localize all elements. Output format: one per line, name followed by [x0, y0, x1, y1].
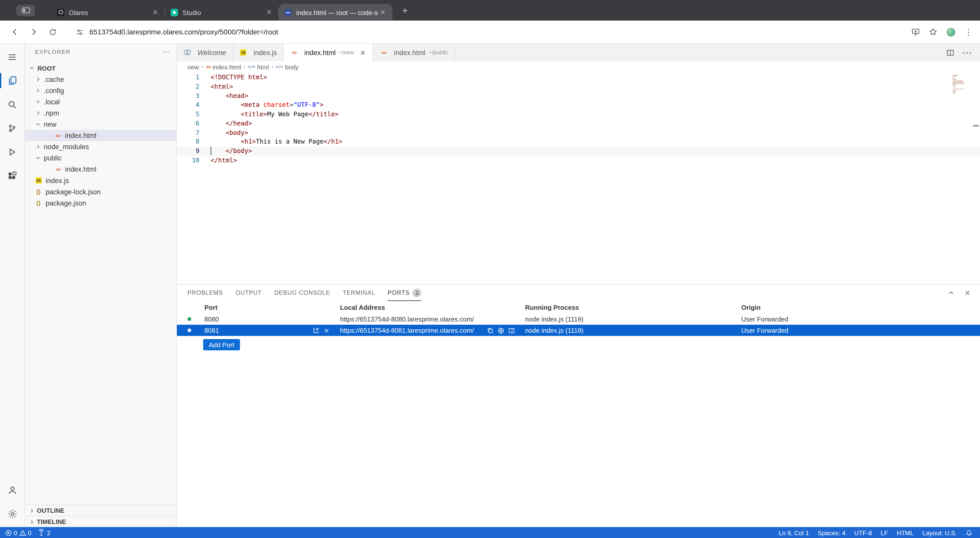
- tree-item-node-modules[interactable]: node_modules: [25, 141, 177, 152]
- add-port-button[interactable]: Add Port: [203, 339, 240, 350]
- extensions-icon[interactable]: [0, 164, 24, 187]
- panel-tab-ports[interactable]: PORTS2: [388, 285, 422, 301]
- code-line-8[interactable]: 8 <h1>This is a New Page</h1>: [177, 137, 980, 147]
- code-line-2[interactable]: 2<html>: [177, 83, 980, 92]
- editor-tab-label: index.js: [253, 49, 277, 56]
- code-line-5[interactable]: 5 <title>My Web Page</title>: [177, 110, 980, 119]
- panel-tabs: PROBLEMSOUTPUTDEBUG CONSOLETERMINALPORTS…: [188, 285, 422, 301]
- tab-close-icon[interactable]: [264, 8, 273, 17]
- panel-tab-debug-console[interactable]: DEBUG CONSOLE: [274, 285, 330, 301]
- new-tab-button[interactable]: +: [398, 3, 413, 18]
- site-settings-icon[interactable]: [73, 25, 86, 39]
- install-app-icon[interactable]: [912, 27, 920, 36]
- editor-more-actions-icon[interactable]: ⋯: [962, 46, 972, 59]
- maximize-panel-icon[interactable]: [948, 289, 955, 297]
- source-control-icon[interactable]: [0, 116, 24, 140]
- tree-item-public[interactable]: public: [25, 152, 177, 164]
- browser-tab-label: Studio: [183, 8, 264, 16]
- menu-icon[interactable]: [0, 45, 24, 68]
- overview-ruler-mark: [973, 125, 979, 127]
- cursor-position-status[interactable]: Ln 9, Col 1: [779, 529, 809, 536]
- tree-item-package-json[interactable]: {}package.json: [25, 197, 177, 209]
- welcome-icon: [183, 49, 191, 56]
- chevron-right-icon: ›: [200, 64, 205, 70]
- panel-tab-terminal[interactable]: TERMINAL: [343, 285, 375, 301]
- reload-button[interactable]: [45, 24, 60, 40]
- eol-status[interactable]: LF: [881, 529, 888, 536]
- tab-close-icon[interactable]: [378, 8, 387, 17]
- minimap[interactable]: [953, 75, 971, 94]
- editor-tab-index-html-public[interactable]: <>index.html~/public: [373, 44, 455, 61]
- explorer-icon[interactable]: [0, 68, 24, 92]
- stop-forwarding-icon[interactable]: [323, 327, 330, 334]
- tree-item-label: index.js: [46, 177, 69, 184]
- port-row-8081[interactable]: 8081https://6513754d-8081.laresprime.ola…: [177, 325, 980, 336]
- tree-root-folder[interactable]: ROOT: [25, 62, 177, 74]
- browser-tab-olares[interactable]: Olares: [51, 4, 165, 21]
- language-mode-status[interactable]: HTML: [897, 529, 914, 536]
- tree-item-cache[interactable]: .cache: [25, 74, 177, 85]
- tree-item-new[interactable]: new: [25, 119, 177, 130]
- panel-tab-output[interactable]: OUTPUT: [235, 285, 262, 301]
- open-in-browser-icon[interactable]: [497, 327, 504, 334]
- encoding-status[interactable]: UTF-8: [854, 529, 872, 536]
- breadcrumb-item-index-html[interactable]: <>index.html: [206, 63, 241, 70]
- tree-item-config[interactable]: .config: [25, 85, 177, 96]
- forwarded-ports-status[interactable]: 2: [38, 529, 50, 536]
- outline-section[interactable]: OUTLINE: [25, 505, 177, 516]
- breadcrumb-item-body[interactable]: </>body: [276, 63, 299, 70]
- indentation-status[interactable]: Spaces: 4: [818, 529, 845, 536]
- browser-tab-index-html[interactable]: index.html — root — code-se: [279, 4, 393, 21]
- editor-tab-index-html-new[interactable]: <>index.html~/new: [284, 44, 373, 61]
- panel-tab-problems[interactable]: PROBLEMS: [188, 285, 223, 301]
- code-line-9[interactable]: 9 </body>: [177, 147, 980, 156]
- code-editor[interactable]: 1<!DOCTYPE html>2<html>3 <head>4 <meta c…: [177, 72, 980, 284]
- browser-tab-studio[interactable]: Studio: [165, 4, 279, 21]
- tree-item-index-js[interactable]: JSindex.js: [25, 175, 177, 186]
- open-port-icon[interactable]: [312, 327, 319, 334]
- editor-tab-welcome[interactable]: Welcome: [177, 44, 233, 61]
- forward-button[interactable]: [26, 24, 41, 40]
- breadcrumb-item-new[interactable]: new: [188, 63, 199, 70]
- warnings-icon: [19, 529, 26, 536]
- run-debug-icon[interactable]: [0, 140, 24, 164]
- editor-tab-index-js[interactable]: JSindex.js: [233, 44, 284, 61]
- tree-item-package-lock-json[interactable]: {}package-lock.json: [25, 186, 177, 197]
- problems-status[interactable]: 0 0: [5, 529, 32, 536]
- close-panel-icon[interactable]: [964, 289, 971, 297]
- code-line-4[interactable]: 4 <meta charset="UTF-8">: [177, 101, 980, 110]
- back-button[interactable]: [7, 24, 22, 40]
- search-icon[interactable]: [0, 92, 24, 116]
- html-file-icon: <>: [290, 50, 298, 56]
- code-line-7[interactable]: 7 <body>: [177, 128, 980, 137]
- code-line-6[interactable]: 6 </head>: [177, 119, 980, 128]
- account-icon[interactable]: [0, 478, 24, 502]
- timeline-section[interactable]: TIMELINE: [25, 516, 177, 527]
- settings-gear-icon[interactable]: [0, 502, 24, 526]
- bookmark-star-icon[interactable]: [929, 27, 937, 36]
- explorer-more-actions-icon[interactable]: ⋯: [162, 48, 170, 56]
- tree-item-npm[interactable]: .npm: [25, 107, 177, 119]
- keyboard-layout-status[interactable]: Layout: U.S.: [923, 529, 957, 536]
- tree-item-index-html[interactable]: <>index.html: [25, 164, 177, 175]
- tree-item-local[interactable]: .local: [25, 96, 177, 107]
- editor-tab-label: index.html: [394, 49, 425, 56]
- code-line-1[interactable]: 1<!DOCTYPE html>: [177, 73, 980, 83]
- tab-close-icon[interactable]: [151, 8, 159, 17]
- code-line-3[interactable]: 3 <head>: [177, 92, 980, 101]
- breadcrumb-item-html[interactable]: </>html: [248, 63, 269, 70]
- copy-local-address-icon[interactable]: [487, 327, 494, 334]
- url-text[interactable]: 6513754d0.laresprime.olares.com/proxy/50…: [89, 28, 911, 35]
- bottom-panel: PROBLEMSOUTPUTDEBUG CONSOLETERMINALPORTS…: [177, 284, 980, 527]
- port-row-8080[interactable]: 8080https://6513754d-8080.laresprime.ola…: [177, 313, 980, 325]
- notifications-bell-icon[interactable]: [966, 529, 973, 536]
- preview-in-editor-icon[interactable]: [508, 327, 515, 334]
- split-editor-icon[interactable]: [946, 48, 955, 57]
- tree-item-index-html[interactable]: <>index.html: [25, 130, 177, 141]
- code-line-10[interactable]: 10</html>: [177, 156, 980, 165]
- tab-close-icon[interactable]: [360, 49, 366, 56]
- browser-menu-icon[interactable]: ⋮: [964, 27, 973, 37]
- code-text: </html>: [210, 156, 237, 165]
- profile-avatar[interactable]: [946, 27, 956, 37]
- window-icon[interactable]: [16, 5, 35, 16]
